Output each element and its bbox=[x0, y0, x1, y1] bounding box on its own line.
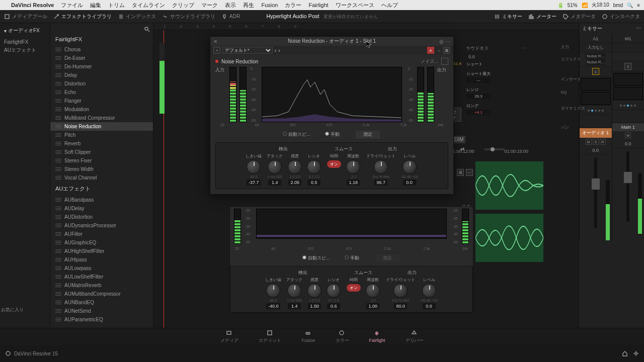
fx-item-soft-clipper[interactable]: Soft Clipper bbox=[50, 148, 153, 156]
close-icon[interactable]: ✕ bbox=[213, 39, 217, 44]
fx-item-aumatrixreverb[interactable]: AUMatrixReverb bbox=[50, 281, 153, 290]
plugin-menu-icon[interactable]: ⋯ bbox=[445, 39, 450, 44]
timeline-clips[interactable] bbox=[475, 161, 543, 267]
ch-m1-pan[interactable] bbox=[612, 101, 645, 110]
noise-toggle[interactable] bbox=[441, 58, 448, 65]
menu-timeline[interactable]: タイムライン bbox=[132, 2, 165, 9]
p1-detect-knob-1[interactable]: アタック1 ms 5001.4 bbox=[267, 153, 283, 186]
a-button[interactable]: A bbox=[427, 47, 434, 54]
fx-item-aulowpass[interactable]: AULowpass bbox=[50, 264, 153, 273]
spectrum-display[interactable] bbox=[262, 67, 402, 122]
p1-detect-knob-0[interactable]: しきい値dB 0-37.7 bbox=[246, 153, 262, 186]
ch-m1-input[interactable] bbox=[612, 43, 645, 52]
p2-time-on[interactable]: オン bbox=[347, 284, 361, 292]
tb-index[interactable]: インデックス bbox=[118, 13, 156, 20]
nav-fairlight[interactable]: Fairlight bbox=[369, 330, 385, 343]
tb-mixer[interactable]: ミキサー bbox=[494, 13, 522, 20]
time-toggle[interactable]: 時間オン bbox=[327, 153, 341, 186]
dim-button[interactable]: DIM bbox=[452, 136, 465, 143]
search-icon[interactable] bbox=[144, 26, 150, 32]
audiofx-header[interactable]: ▾オーディオFX bbox=[2, 26, 48, 35]
tb-metadata[interactable]: メタデータ bbox=[562, 13, 596, 20]
app-name[interactable]: DaVinci Resolve bbox=[11, 2, 54, 8]
tab-loudness[interactable]: ラウドネス bbox=[466, 45, 489, 52]
ch-m1-eq[interactable] bbox=[613, 73, 643, 86]
fx-item-audistortion[interactable]: AUDistortion bbox=[50, 213, 153, 221]
menu-clip[interactable]: クリップ bbox=[172, 2, 194, 9]
fx-item-modulation[interactable]: Modulation bbox=[50, 105, 153, 114]
fx-item-delay[interactable]: Delay bbox=[50, 71, 153, 79]
menu-view[interactable]: 表示 bbox=[225, 2, 236, 9]
tb-adr[interactable]: ADR bbox=[221, 14, 240, 20]
a1-m[interactable]: M bbox=[586, 139, 592, 145]
ctx-icon[interactable]: ⊞ bbox=[457, 169, 464, 176]
fx-item-pitch[interactable]: Pitch bbox=[50, 131, 153, 139]
p1-detect-knob-3[interactable]: レシオ0.1 2.00.5 bbox=[307, 153, 321, 186]
timeline-ruler[interactable]: 123456789 bbox=[153, 23, 644, 30]
menu-play[interactable]: 再生 bbox=[243, 2, 254, 9]
fx-item-audynamicsprocessor[interactable]: AUDynamicsProcessor bbox=[50, 221, 153, 230]
p2-out-knob-0[interactable]: ドライ/ウェットDry % Wet80.0 bbox=[386, 277, 415, 309]
fx-item-aulowshelffilter[interactable]: AULowShelfFilter bbox=[50, 273, 153, 281]
prev-icon[interactable]: ‹ bbox=[275, 48, 276, 53]
p2-out-knob-1[interactable]: レベル-48 dB +180.0 bbox=[420, 277, 437, 309]
menu-edit[interactable]: 編集 bbox=[90, 2, 101, 9]
nav-fusion[interactable]: Fusion bbox=[301, 330, 315, 343]
p2-mode-manual[interactable]: 手動 bbox=[345, 255, 359, 261]
a1-s[interactable]: S bbox=[593, 139, 599, 145]
menu-file[interactable]: ファイル bbox=[61, 2, 83, 9]
a1-r[interactable]: R bbox=[600, 139, 606, 145]
time-on-button[interactable]: オン bbox=[327, 160, 341, 168]
fx-item-reverb[interactable]: Reverb bbox=[50, 139, 153, 148]
p2-detect-knob-3[interactable]: レシオ0.1 2.00.6 bbox=[327, 277, 341, 309]
ctx-menu-icon[interactable]: ⋯ bbox=[466, 169, 473, 176]
fx-item-aufilter[interactable]: AUFilter bbox=[50, 230, 153, 238]
fx-item-aumultibandcompressor[interactable]: AUMultibandCompressor bbox=[50, 290, 153, 298]
menu-icon[interactable]: ≡ bbox=[637, 3, 640, 8]
p2-spectrum[interactable] bbox=[256, 209, 447, 239]
fx-item-audelay[interactable]: AUDelay bbox=[50, 204, 153, 213]
clip-a1[interactable] bbox=[475, 161, 543, 210]
b-button[interactable]: B bbox=[443, 47, 450, 54]
nav-media[interactable]: メディア bbox=[220, 330, 238, 344]
mixer-menu-icon[interactable]: ⋯ bbox=[636, 25, 641, 32]
tb-fxlib[interactable]: エフェクトライブラリ bbox=[53, 13, 112, 20]
add-preset-icon[interactable]: + bbox=[213, 47, 220, 54]
p2-measure-button[interactable]: 測定 bbox=[374, 253, 400, 263]
track-name-m1[interactable]: Main 1 bbox=[612, 123, 645, 131]
fx-item-noise-reduction[interactable]: Noise Reduction bbox=[50, 122, 153, 131]
measure-button[interactable]: 測定 bbox=[355, 130, 381, 139]
a1-fader[interactable] bbox=[594, 158, 597, 228]
home-icon[interactable] bbox=[622, 350, 628, 356]
p1-detect-knob-2[interactable]: 感度1.0 5.02.05 bbox=[288, 153, 302, 186]
menu-fusion[interactable]: Fusion bbox=[261, 2, 278, 8]
fx-item-de-hummer[interactable]: De-Hummer bbox=[50, 62, 153, 71]
fx-item-auhipass[interactable]: AUHipass bbox=[50, 255, 153, 264]
tb-soundlib[interactable]: サウンドライブラリ bbox=[162, 13, 215, 20]
m1-fader[interactable] bbox=[626, 151, 629, 222]
p1-out-knob-0[interactable]: ドライ/ウェットDry % Wet96.7 bbox=[366, 153, 395, 186]
p2-freq-knob[interactable]: 周波数.2 21.00 bbox=[366, 277, 380, 309]
fx-slot-2[interactable]: Noise R... bbox=[586, 59, 605, 65]
target-icon[interactable]: ◎ bbox=[439, 39, 444, 44]
menu-help[interactable]: ヘルプ bbox=[381, 2, 398, 9]
fx-item-echo[interactable]: Echo bbox=[50, 88, 153, 97]
clip-out[interactable] bbox=[475, 214, 543, 262]
tb-inspector[interactable]: インスペクタ bbox=[602, 13, 640, 20]
ch-m1-insert[interactable]: 1 bbox=[612, 61, 645, 72]
nav-edit[interactable]: エディット bbox=[259, 330, 281, 344]
ch-m1-dyn[interactable] bbox=[613, 87, 643, 100]
fx-item-flanger[interactable]: Flanger bbox=[50, 97, 153, 105]
menu-trim[interactable]: トリム bbox=[108, 2, 125, 9]
fx-item-distortion[interactable]: Distortion bbox=[50, 79, 153, 88]
insert-1-icon[interactable]: 1 bbox=[592, 68, 599, 75]
next-icon[interactable]: › bbox=[278, 48, 280, 53]
menu-workspace[interactable]: ワークスペース bbox=[336, 2, 374, 9]
fx-item-augraphiceq[interactable]: AUGraphicEQ bbox=[50, 238, 153, 247]
tb-meter[interactable]: メーター bbox=[528, 13, 556, 20]
fx-item-multiband-compressor[interactable]: Multiband Compressor bbox=[50, 114, 153, 122]
fx-item-aubandpass[interactable]: AUBandpass bbox=[50, 196, 153, 204]
m1-m[interactable]: M bbox=[625, 132, 631, 138]
fx-slot-1[interactable]: Noise R... bbox=[586, 53, 605, 59]
noise-label[interactable]: ノイズ... bbox=[421, 58, 438, 65]
